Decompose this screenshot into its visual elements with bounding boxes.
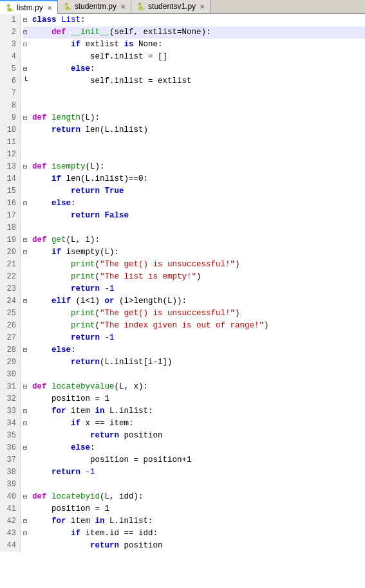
code-text-30 xyxy=(32,369,37,381)
code-line-30 xyxy=(23,369,365,381)
fold-13[interactable]: ⊟ xyxy=(23,161,32,173)
fold-40[interactable]: ⊟ xyxy=(23,491,32,503)
code-text-23: return -1 xyxy=(32,283,115,295)
code-text-4: self.inlist = [] xyxy=(32,51,167,63)
code-line-13: ⊟ def isempty(L): xyxy=(23,161,365,173)
code-text-34: if x == item: xyxy=(32,418,134,430)
code-line-42: ⊟ for item in L.inlist: xyxy=(23,515,365,528)
code-line-14: if len(L.inlist)==0: xyxy=(23,173,365,185)
line-num-19: 19 xyxy=(0,234,20,246)
code-line-36: ⊟ else: xyxy=(23,442,365,454)
tab-listm-close[interactable]: ✕ xyxy=(47,5,52,12)
fold-16[interactable]: ⊟ xyxy=(23,198,32,210)
code-text-39 xyxy=(32,479,37,491)
code-line-6: └ self.inlist = extlist xyxy=(23,75,365,87)
line-num-9: 9 xyxy=(0,112,20,124)
code-line-19: ⊟ def get(L, i): xyxy=(23,234,365,246)
line-num-41: 41 xyxy=(0,503,20,515)
fold-5[interactable]: ⊟ xyxy=(23,63,32,75)
tab-listm-icon: 🐍 xyxy=(5,4,14,12)
code-text-41: position = 1 xyxy=(32,503,109,515)
code-line-41: position = 1 xyxy=(23,503,365,515)
code-line-37: position = position+1 xyxy=(23,454,365,466)
fold-43[interactable]: ⊟ xyxy=(23,528,32,540)
line-num-35: 35 xyxy=(0,430,20,442)
line-num-23: 23 xyxy=(0,283,20,295)
line-numbers: 1 2 3 4 5 6 7 8 9 10 11 12 13 14 15 16 1… xyxy=(0,14,21,552)
code-text-16: else: xyxy=(32,198,76,210)
code-line-10: return len(L.inlist) xyxy=(23,124,365,136)
fold-31[interactable]: ⊟ xyxy=(23,381,32,393)
fold-33[interactable]: ⊟ xyxy=(23,405,32,418)
code-line-11 xyxy=(23,136,365,149)
code-text-29: return(L.inlist[i-1]) xyxy=(32,356,173,369)
code-text-33: for item in L.inlist: xyxy=(32,405,153,418)
code-line-39 xyxy=(23,479,365,491)
code-text-44: return position xyxy=(32,540,163,552)
fold-3: ⊟ xyxy=(23,39,32,51)
code-text-10: return len(L.inlist) xyxy=(32,124,148,136)
line-num-25: 25 xyxy=(0,308,20,320)
fold-1[interactable]: ⊟ xyxy=(23,14,32,26)
code-line-2: ⊟ def __init__(self, extlist=None): xyxy=(23,26,365,39)
code-text-21: print("The get() is unsuccessful!") xyxy=(32,259,240,271)
code-line-43: ⊟ if item.id == idd: xyxy=(23,528,365,540)
fold-20[interactable]: ⊟ xyxy=(23,246,32,259)
line-num-43: 43 xyxy=(0,528,20,540)
code-line-4: self.inlist = [] xyxy=(23,51,365,63)
code-line-25: print("The get() is unsuccessful!") xyxy=(23,308,365,320)
line-num-12: 12 xyxy=(0,149,20,161)
tab-studentm-close[interactable]: ✕ xyxy=(120,3,126,10)
tab-listm[interactable]: 🐍 listm.py ✕ xyxy=(0,0,58,14)
tab-studentm[interactable]: 🐍 studentm.py ✕ xyxy=(58,0,131,13)
line-num-16: 16 xyxy=(0,198,20,210)
tab-studentsv1[interactable]: 🐍 studentsv1.py ✕ xyxy=(131,0,211,13)
line-num-15: 15 xyxy=(0,185,20,198)
fold-9[interactable]: ⊟ xyxy=(23,112,32,124)
line-num-31: 31 xyxy=(0,381,20,393)
line-num-38: 38 xyxy=(0,466,20,479)
code-line-38: return -1 xyxy=(23,466,365,479)
line-num-10: 10 xyxy=(0,124,20,136)
line-num-37: 37 xyxy=(0,454,20,466)
code-line-16: ⊟ else: xyxy=(23,198,365,210)
line-num-4: 4 xyxy=(0,51,20,63)
code-line-34: ⊟ if x == item: xyxy=(23,418,365,430)
code-content[interactable]: ⊟ class List: ⊟ def __init__(self, extli… xyxy=(21,14,365,552)
line-num-18: 18 xyxy=(0,222,20,234)
code-text-3: if extlist is None: xyxy=(32,39,163,51)
line-num-24: 24 xyxy=(0,295,20,308)
code-text-17: return False xyxy=(32,210,129,222)
line-num-36: 36 xyxy=(0,442,20,454)
code-text-19: def get(L, i): xyxy=(32,234,100,246)
tab-studentsv1-close[interactable]: ✕ xyxy=(200,3,205,10)
code-text-26: print("The index given is out of range!"… xyxy=(32,320,269,332)
code-text-13: def isempty(L): xyxy=(32,161,105,173)
code-text-31: def locatebyvalue(L, x): xyxy=(32,381,148,393)
line-num-1: 1 xyxy=(0,14,20,26)
code-text-32: position = 1 xyxy=(32,393,109,405)
code-text-20: if isempty(L): xyxy=(32,246,119,259)
fold-2[interactable]: ⊟ xyxy=(23,26,32,39)
code-text-25: print("The get() is unsuccessful!") xyxy=(32,308,240,320)
fold-19[interactable]: ⊟ xyxy=(23,234,32,246)
code-text-43: if item.id == idd: xyxy=(32,528,158,540)
code-line-17: return False xyxy=(23,210,365,222)
line-num-30: 30 xyxy=(0,369,20,381)
code-text-18 xyxy=(32,222,37,234)
line-num-44: 44 xyxy=(0,540,20,552)
code-line-24: ⊟ elif (i<1) or (i>length(L)): xyxy=(23,295,365,308)
code-line-5: ⊟ else: xyxy=(23,63,365,75)
line-num-22: 22 xyxy=(0,271,20,283)
tab-bar: 🐍 listm.py ✕ 🐍 studentm.py ✕ 🐍 studentsv… xyxy=(0,0,365,14)
fold-36[interactable]: ⊟ xyxy=(23,442,32,454)
fold-24[interactable]: ⊟ xyxy=(23,295,32,308)
fold-34[interactable]: ⊟ xyxy=(23,418,32,430)
code-text-27: return -1 xyxy=(32,332,115,344)
code-line-20: ⊟ if isempty(L): xyxy=(23,246,365,259)
fold-42[interactable]: ⊟ xyxy=(23,515,32,528)
line-num-27: 27 xyxy=(0,332,20,344)
code-line-7 xyxy=(23,87,365,100)
line-num-17: 17 xyxy=(0,210,20,222)
fold-28[interactable]: ⊟ xyxy=(23,344,32,356)
